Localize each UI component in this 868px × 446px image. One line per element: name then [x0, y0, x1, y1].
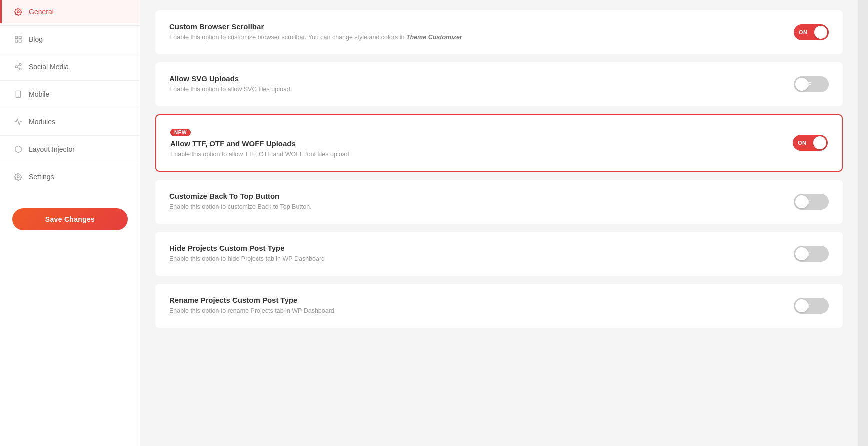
setting-title-rename-projects: Rename Projects Custom Post Type — [169, 296, 774, 304]
sidebar-divider-3 — [0, 80, 140, 81]
mobile-icon — [14, 90, 23, 99]
setting-card-allow-svg-uploads: Allow SVG Uploads Enable this option to … — [155, 62, 843, 106]
gear-icon — [14, 7, 23, 16]
sidebar-divider — [0, 25, 140, 26]
sidebar-item-label-modules: Modules — [29, 118, 55, 126]
toggle-container-allow-ttf-otf-woff: ON — [793, 135, 828, 151]
setting-info-hide-projects: Hide Projects Custom Post Type Enable th… — [169, 244, 774, 264]
sidebar-item-label-settings: Settings — [29, 173, 54, 181]
setting-card-customize-back-to-top: Customize Back To Top Button Enable this… — [155, 180, 843, 224]
toggle-container-customize-back-to-top: OFF — [794, 194, 829, 210]
setting-info-rename-projects: Rename Projects Custom Post Type Enable … — [169, 296, 774, 316]
main-content: Custom Browser Scrollbar Enable this opt… — [140, 0, 858, 446]
svg-rect-10 — [16, 91, 20, 97]
toggle-knob-allow-svg-uploads — [795, 78, 808, 91]
toggle-container-hide-projects: OFF — [794, 246, 829, 262]
toggle-customize-back-to-top[interactable]: OFF — [794, 194, 829, 210]
toggle-container-allow-svg-uploads: OFF — [794, 76, 829, 92]
sidebar-divider-6 — [0, 163, 140, 163]
setting-card-rename-projects: Rename Projects Custom Post Type Enable … — [155, 284, 843, 328]
sidebar-divider-2 — [0, 53, 140, 53]
toggle-knob-rename-projects — [795, 299, 808, 312]
sidebar-item-settings[interactable]: Settings — [0, 165, 140, 188]
setting-desc-customize-back-to-top: Enable this option to customize Back to … — [169, 202, 774, 212]
setting-info-customize-back-to-top: Customize Back To Top Button Enable this… — [169, 192, 774, 212]
svg-rect-3 — [19, 40, 21, 42]
sidebar-item-blog[interactable]: Blog — [0, 28, 140, 51]
sidebar-item-mobile[interactable]: Mobile — [0, 83, 140, 106]
setting-desc-hide-projects: Enable this option to hide Projects tab … — [169, 254, 774, 264]
svg-point-12 — [17, 176, 19, 178]
sidebar-item-social-media[interactable]: Social Media — [0, 55, 140, 78]
toggle-label-allow-ttf-otf-woff: ON — [798, 140, 807, 146]
setting-info-allow-ttf-otf-woff: NEW Allow TTF, OTF and WOFF Uploads Enab… — [170, 127, 773, 159]
toggle-knob-allow-ttf-otf-woff — [813, 136, 826, 149]
sidebar-divider-4 — [0, 108, 140, 108]
svg-line-8 — [17, 67, 20, 69]
sidebar-item-modules[interactable]: Modules — [0, 110, 140, 133]
toggle-rename-projects[interactable]: OFF — [794, 298, 829, 314]
right-scrollbar-panel — [858, 0, 868, 446]
sidebar-item-label-mobile: Mobile — [29, 90, 49, 98]
toggle-container-rename-projects: OFF — [794, 298, 829, 314]
theme-customizer-link[interactable]: Theme Customizer — [406, 34, 462, 41]
settings-icon — [14, 172, 23, 181]
toggle-knob-customize-back-to-top — [795, 195, 808, 208]
toggle-allow-ttf-otf-woff[interactable]: ON — [793, 135, 828, 151]
toggle-knob-hide-projects — [795, 247, 808, 260]
svg-point-0 — [17, 11, 19, 13]
svg-rect-1 — [15, 36, 18, 39]
setting-desc-rename-projects: Enable this option to rename Projects ta… — [169, 306, 774, 316]
sidebar-item-label-general: General — [29, 8, 54, 16]
sidebar-item-general[interactable]: General — [0, 0, 140, 23]
sidebar-item-label-blog: Blog — [29, 35, 43, 43]
grid-icon — [14, 35, 23, 44]
sidebar-divider-5 — [0, 135, 140, 136]
save-button-container: Save Changes — [0, 198, 140, 240]
sidebar-item-label-layout-injector: Layout Injector — [29, 145, 75, 153]
svg-rect-4 — [15, 40, 18, 42]
setting-desc-custom-browser-scrollbar: Enable this option to customize browser … — [169, 33, 774, 42]
layout-icon — [14, 145, 23, 154]
setting-title-customize-back-to-top: Customize Back To Top Button — [169, 192, 774, 200]
setting-info-custom-browser-scrollbar: Custom Browser Scrollbar Enable this opt… — [169, 22, 774, 42]
toggle-knob-custom-browser-scrollbar — [814, 26, 827, 39]
svg-line-9 — [17, 65, 20, 66]
toggle-container-custom-browser-scrollbar: ON — [794, 24, 829, 40]
setting-title-hide-projects: Hide Projects Custom Post Type — [169, 244, 774, 252]
setting-card-hide-projects: Hide Projects Custom Post Type Enable th… — [155, 232, 843, 276]
setting-title-allow-ttf-otf-woff: Allow TTF, OTF and WOFF Uploads — [170, 139, 773, 148]
toggle-hide-projects[interactable]: OFF — [794, 246, 829, 262]
setting-desc-allow-ttf-otf-woff: Enable this option to allow TTF, OTF and… — [170, 150, 773, 159]
toggle-allow-svg-uploads[interactable]: OFF — [794, 76, 829, 92]
sidebar-item-layout-injector[interactable]: Layout Injector — [0, 138, 140, 161]
setting-title-allow-svg-uploads: Allow SVG Uploads — [169, 74, 774, 83]
setting-title-custom-browser-scrollbar: Custom Browser Scrollbar — [169, 22, 774, 31]
setting-info-allow-svg-uploads: Allow SVG Uploads Enable this option to … — [169, 74, 774, 94]
svg-rect-2 — [19, 36, 21, 39]
setting-desc-allow-svg-uploads: Enable this option to allow SVG files up… — [169, 85, 774, 94]
setting-card-custom-browser-scrollbar: Custom Browser Scrollbar Enable this opt… — [155, 10, 843, 54]
toggle-label-custom-browser-scrollbar: ON — [799, 29, 808, 35]
modules-icon — [14, 117, 23, 126]
sidebar-item-label-social-media: Social Media — [29, 63, 69, 71]
save-changes-button[interactable]: Save Changes — [12, 208, 128, 230]
sidebar: General Blog Social Media Mobile — [0, 0, 140, 446]
toggle-custom-browser-scrollbar[interactable]: ON — [794, 24, 829, 40]
share-icon — [14, 62, 23, 71]
new-badge: NEW — [170, 129, 191, 136]
setting-card-allow-ttf-otf-woff: NEW Allow TTF, OTF and WOFF Uploads Enab… — [155, 114, 843, 172]
